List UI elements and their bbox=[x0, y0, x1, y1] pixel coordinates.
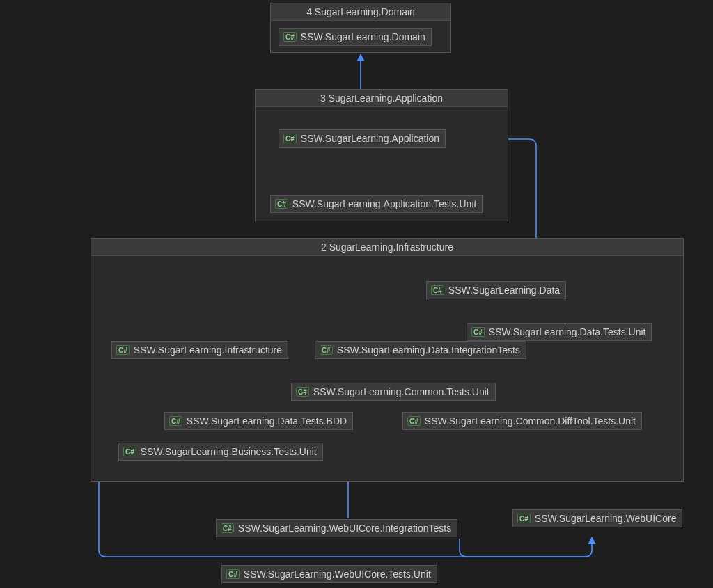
group-domain-title: 4 SugarLearning.Domain bbox=[271, 3, 450, 21]
node-label: SSW.SugarLearning.Data bbox=[448, 285, 560, 296]
node-infrastructure[interactable]: C# SSW.SugarLearning.Infrastructure bbox=[111, 341, 288, 359]
node-common-difftool-tests-unit[interactable]: C# SSW.SugarLearning.Common.DiffTool.Tes… bbox=[402, 412, 642, 430]
node-webuicore[interactable]: C# SSW.SugarLearning.WebUICore bbox=[512, 509, 682, 527]
csharp-icon: C# bbox=[407, 416, 421, 426]
node-label: SSW.SugarLearning.Domain bbox=[301, 31, 425, 42]
group-application-title: 3 SugarLearning.Application bbox=[256, 90, 508, 107]
csharp-icon: C# bbox=[169, 416, 182, 426]
node-label: SSW.SugarLearning.Common.Tests.Unit bbox=[313, 386, 489, 397]
node-application-tests-unit[interactable]: C# SSW.SugarLearning.Application.Tests.U… bbox=[270, 195, 483, 213]
node-domain[interactable]: C# SSW.SugarLearning.Domain bbox=[279, 28, 432, 46]
node-label: SSW.SugarLearning.Data.Tests.Unit bbox=[489, 326, 646, 337]
csharp-icon: C# bbox=[296, 387, 309, 397]
group-infrastructure-title: 2 SugarLearning.Infrastructure bbox=[91, 239, 683, 256]
csharp-icon: C# bbox=[471, 327, 485, 337]
node-data-tests-bdd[interactable]: C# SSW.SugarLearning.Data.Tests.BDD bbox=[164, 412, 353, 430]
node-data-tests-unit[interactable]: C# SSW.SugarLearning.Data.Tests.Unit bbox=[467, 323, 652, 341]
node-data[interactable]: C# SSW.SugarLearning.Data bbox=[426, 281, 566, 299]
node-application[interactable]: C# SSW.SugarLearning.Application bbox=[279, 129, 446, 148]
node-label: SSW.SugarLearning.WebUICore.Tests.Unit bbox=[244, 569, 431, 580]
node-label: SSW.SugarLearning.Data.Tests.BDD bbox=[187, 415, 347, 427]
node-label: SSW.SugarLearning.Common.DiffTool.Tests.… bbox=[425, 415, 636, 427]
node-label: SSW.SugarLearning.WebUICore bbox=[535, 513, 677, 524]
csharp-icon: C# bbox=[283, 32, 297, 42]
node-label: SSW.SugarLearning.Application bbox=[301, 133, 439, 144]
csharp-icon: C# bbox=[275, 199, 288, 209]
csharp-icon: C# bbox=[431, 285, 444, 295]
csharp-icon: C# bbox=[123, 447, 136, 456]
csharp-icon: C# bbox=[517, 514, 531, 523]
node-webuicore-integrationtests[interactable]: C# SSW.SugarLearning.WebUICore.Integrati… bbox=[216, 519, 457, 537]
node-label: SSW.SugarLearning.WebUICore.IntegrationT… bbox=[238, 523, 451, 534]
csharp-icon: C# bbox=[226, 569, 240, 579]
node-label: SSW.SugarLearning.Application.Tests.Unit bbox=[292, 198, 477, 209]
node-business-tests-unit[interactable]: C# SSW.SugarLearning.Business.Tests.Unit bbox=[118, 443, 323, 461]
node-label: SSW.SugarLearning.Data.IntegrationTests bbox=[337, 344, 520, 356]
node-webuicore-tests-unit[interactable]: C# SSW.SugarLearning.WebUICore.Tests.Uni… bbox=[221, 565, 437, 583]
csharp-icon: C# bbox=[116, 345, 130, 355]
node-data-integrationtests[interactable]: C# SSW.SugarLearning.Data.IntegrationTes… bbox=[315, 341, 526, 359]
csharp-icon: C# bbox=[320, 345, 333, 355]
dependency-diagram: 4 SugarLearning.Domain C# SSW.SugarLearn… bbox=[0, 0, 713, 588]
node-label: SSW.SugarLearning.Business.Tests.Unit bbox=[141, 446, 317, 457]
csharp-icon: C# bbox=[283, 134, 297, 143]
node-common-tests-unit[interactable]: C# SSW.SugarLearning.Common.Tests.Unit bbox=[291, 383, 496, 401]
node-label: SSW.SugarLearning.Infrastructure bbox=[134, 344, 282, 356]
csharp-icon: C# bbox=[221, 523, 234, 533]
